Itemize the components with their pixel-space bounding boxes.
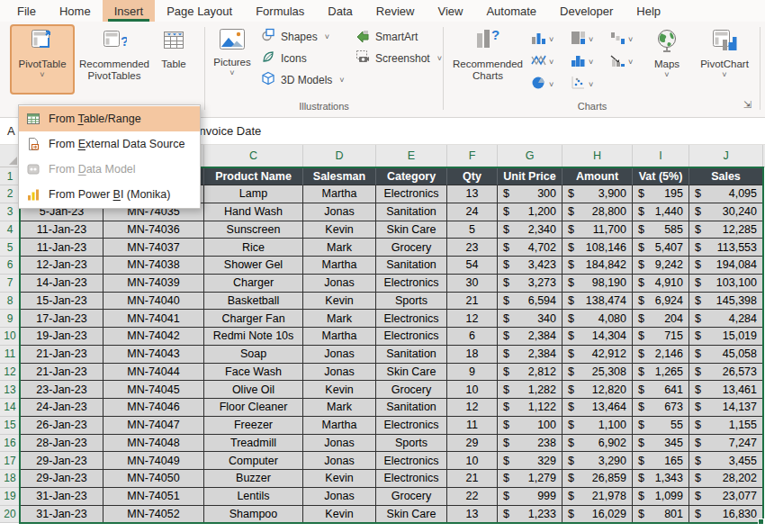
column-chart-button[interactable]: ˅: [531, 28, 571, 50]
cell[interactable]: 18: [447, 346, 498, 364]
cell[interactable]: $1,343: [633, 470, 689, 488]
cell[interactable]: $3,273: [498, 275, 562, 293]
cell[interactable]: Face Wash: [204, 364, 303, 382]
tab-page-layout[interactable]: Page Layout: [155, 0, 244, 22]
cell[interactable]: MN-74042: [104, 328, 204, 346]
pivotchart-button[interactable]: PivotChart ˅: [691, 24, 758, 95]
cell[interactable]: 13: [447, 506, 498, 524]
cell[interactable]: $23,077: [689, 488, 763, 506]
cell[interactable]: $108,146: [562, 239, 633, 257]
cell[interactable]: 10: [447, 381, 498, 399]
cell[interactable]: $16,029: [562, 506, 633, 524]
shapes-button[interactable]: Shapes ˅: [259, 27, 346, 46]
row-header-3[interactable]: 3: [0, 203, 20, 221]
cell[interactable]: $2,146: [633, 346, 689, 364]
row-header-13[interactable]: 13: [0, 381, 20, 399]
maps-button[interactable]: Maps ˅: [644, 24, 689, 95]
cell[interactable]: Lentils: [204, 488, 303, 506]
cell[interactable]: $42,912: [562, 346, 633, 364]
cell[interactable]: 24: [447, 203, 498, 221]
fill-handle[interactable]: [758, 518, 764, 525]
cell[interactable]: Charger: [204, 275, 303, 293]
cell[interactable]: Skin Care: [376, 506, 447, 524]
tab-automate[interactable]: Automate: [474, 0, 548, 22]
row-header-6[interactable]: 6: [0, 257, 20, 275]
cell[interactable]: Martha: [303, 328, 376, 346]
cell[interactable]: $3,290: [562, 452, 633, 470]
cell[interactable]: Kevin: [303, 381, 376, 399]
cell[interactable]: 9: [447, 364, 498, 382]
cell[interactable]: 31-Jan-23: [20, 488, 104, 506]
tab-insert[interactable]: Insert: [103, 0, 156, 22]
cell[interactable]: MN-74047: [104, 417, 204, 435]
cell[interactable]: MN-74052: [104, 506, 204, 524]
pivottable-button[interactable]: PivotTable ˅: [10, 24, 75, 95]
cell[interactable]: $1,265: [633, 364, 689, 382]
header-cell[interactable]: Sales: [689, 167, 763, 185]
cell[interactable]: 30: [447, 275, 498, 293]
cell[interactable]: $2,384: [498, 346, 562, 364]
cell[interactable]: Mark: [303, 239, 376, 257]
cell[interactable]: 17-Jan-23: [20, 310, 104, 328]
cell[interactable]: 26-Jan-23: [20, 417, 104, 435]
cell[interactable]: $6,924: [633, 293, 689, 311]
cell[interactable]: Buzzer: [204, 470, 303, 488]
cell[interactable]: $1,100: [562, 417, 633, 435]
row-header-12[interactable]: 12: [0, 364, 20, 382]
tab-data[interactable]: Data: [316, 0, 364, 22]
cell[interactable]: Jonas: [303, 435, 376, 453]
cell[interactable]: Charger Fan: [204, 310, 303, 328]
header-cell[interactable]: Qty: [447, 167, 498, 185]
cell[interactable]: Freezer: [204, 417, 303, 435]
cell[interactable]: Kevin: [303, 221, 376, 239]
cell[interactable]: MN-74051: [104, 488, 204, 506]
column-header-E[interactable]: E: [376, 145, 447, 167]
cell[interactable]: $28,202: [689, 470, 763, 488]
cell[interactable]: 13: [447, 185, 498, 203]
cell[interactable]: 5: [447, 221, 498, 239]
cell[interactable]: MN-74045: [104, 381, 204, 399]
cell[interactable]: 11: [447, 417, 498, 435]
cell[interactable]: Electronics: [376, 275, 447, 293]
column-header-I[interactable]: I: [633, 145, 689, 167]
cell[interactable]: $4,910: [633, 275, 689, 293]
row-header-5[interactable]: 5: [0, 239, 20, 257]
cell[interactable]: $195: [633, 185, 689, 203]
cell[interactable]: Electronics: [376, 452, 447, 470]
cell[interactable]: $184,842: [562, 257, 633, 275]
cell[interactable]: Jonas: [303, 275, 376, 293]
cell[interactable]: 28-Jan-23: [20, 435, 104, 453]
cell[interactable]: 19-Jan-23: [20, 328, 104, 346]
cell[interactable]: $5,407: [633, 239, 689, 257]
cell[interactable]: $585: [633, 221, 689, 239]
cell[interactable]: Treadmill: [204, 435, 303, 453]
row-header-9[interactable]: 9: [0, 310, 20, 328]
cell[interactable]: Sanitation: [376, 257, 447, 275]
cell[interactable]: $300: [498, 185, 562, 203]
cell[interactable]: Sunscreen: [204, 221, 303, 239]
cell[interactable]: $1,099: [633, 488, 689, 506]
cell[interactable]: 24-Jan-23: [20, 399, 104, 417]
recommended-pivottables-button[interactable]: ? Recommended PivotTables: [79, 24, 149, 95]
cell[interactable]: $999: [498, 488, 562, 506]
cell[interactable]: Skin Care: [376, 221, 447, 239]
cell[interactable]: 23: [447, 239, 498, 257]
cell[interactable]: Lamp: [204, 185, 303, 203]
cell[interactable]: Martha: [303, 185, 376, 203]
cell[interactable]: Sports: [376, 293, 447, 311]
pie-chart-button[interactable]: ˅: [531, 73, 571, 95]
row-header-17[interactable]: 17: [0, 452, 20, 470]
column-header-C[interactable]: C: [204, 145, 303, 167]
cell[interactable]: MN-74046: [104, 399, 204, 417]
row-header-15[interactable]: 15: [0, 417, 20, 435]
cell[interactable]: 12: [447, 399, 498, 417]
row-header-1[interactable]: 1: [0, 167, 20, 185]
row-header-7[interactable]: 7: [0, 275, 20, 293]
row-header-19[interactable]: 19: [0, 488, 20, 506]
cell[interactable]: 11-Jan-23: [20, 239, 104, 257]
cell[interactable]: 29-Jan-23: [20, 452, 104, 470]
cell[interactable]: $801: [633, 506, 689, 524]
cell[interactable]: 23-Jan-23: [20, 381, 104, 399]
cell[interactable]: 21: [447, 470, 498, 488]
cell[interactable]: 12: [447, 310, 498, 328]
